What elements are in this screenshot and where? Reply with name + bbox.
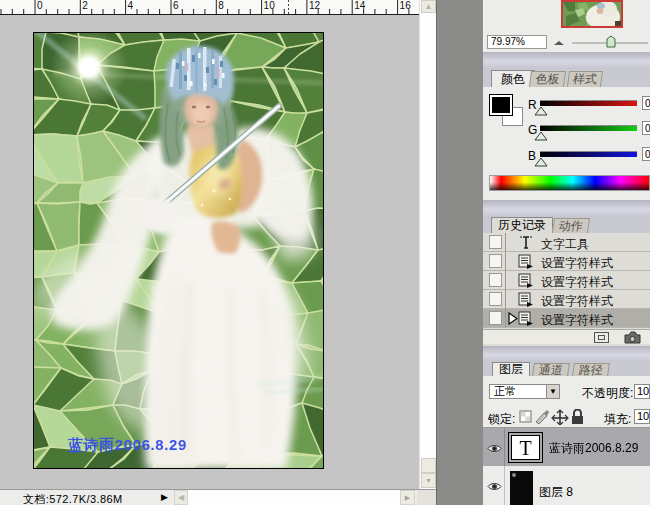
svg-text:蓝诗雨2006.8.29: 蓝诗雨2006.8.29 [68, 436, 187, 453]
svg-text:2: 2 [82, 0, 88, 11]
svg-text:10: 10 [264, 0, 276, 11]
svg-text:6: 6 [173, 0, 179, 11]
svg-text:4: 4 [128, 0, 134, 11]
svg-text:0: 0 [37, 0, 43, 11]
svg-text:8: 8 [218, 0, 224, 11]
svg-text:12: 12 [309, 0, 321, 11]
svg-text:16: 16 [400, 0, 412, 11]
